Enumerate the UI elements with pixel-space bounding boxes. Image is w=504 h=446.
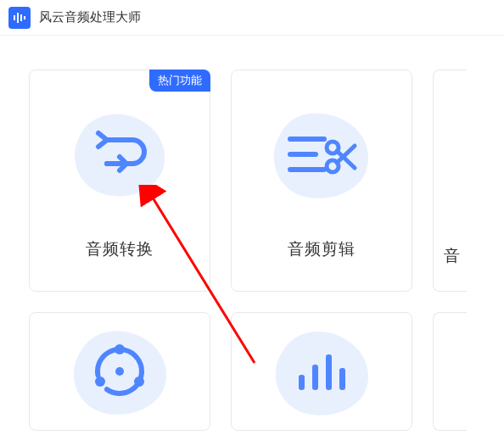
card-label: 音频转换	[86, 238, 154, 291]
svg-rect-2	[20, 14, 22, 21]
svg-rect-19	[339, 368, 345, 390]
card-audio-edit[interactable]: 音频剪辑	[231, 70, 412, 292]
hot-badge: 热门功能	[149, 70, 210, 92]
svg-rect-16	[299, 375, 305, 390]
card-grid: 热门功能 音频转换	[0, 36, 504, 431]
svg-rect-18	[326, 354, 332, 390]
convert-icon	[30, 70, 210, 238]
svg-point-12	[115, 344, 125, 354]
edit-icon	[232, 70, 412, 238]
card-partial-right-1[interactable]: 音	[433, 70, 467, 292]
svg-rect-3	[24, 16, 25, 20]
stats-icon	[232, 313, 412, 430]
card-row2-share[interactable]	[29, 312, 210, 431]
card-audio-convert[interactable]: 热门功能 音频转换	[29, 70, 210, 292]
svg-rect-1	[17, 13, 19, 23]
share-icon	[30, 313, 210, 430]
app-logo-icon	[8, 7, 31, 29]
svg-point-14	[134, 376, 144, 387]
app-title: 风云音频处理大师	[39, 9, 141, 25]
card-partial-right-2[interactable]	[433, 312, 467, 431]
card-row2-stats[interactable]	[231, 312, 412, 431]
titlebar: 风云音频处理大师	[0, 0, 504, 36]
svg-point-15	[115, 367, 124, 376]
svg-point-13	[95, 376, 105, 387]
svg-rect-17	[312, 365, 318, 390]
svg-rect-0	[14, 15, 15, 20]
card-label-partial: 音	[444, 245, 460, 267]
card-label: 音频剪辑	[288, 238, 356, 291]
